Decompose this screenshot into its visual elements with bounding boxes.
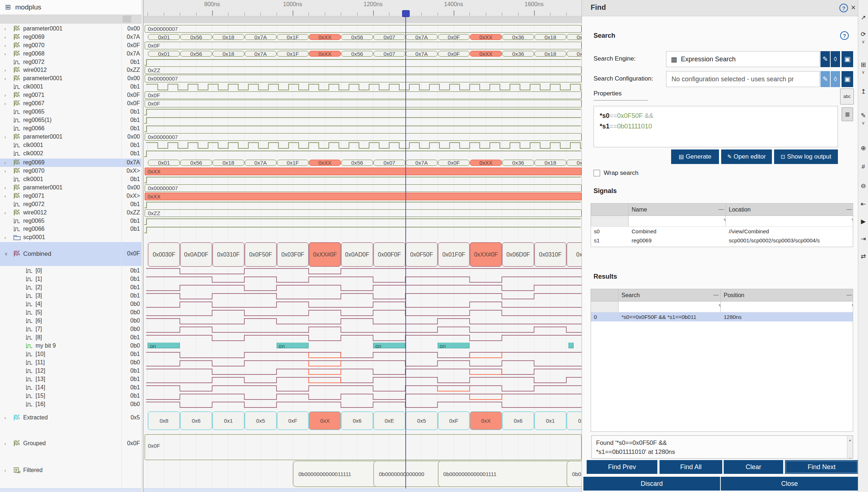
find-prev-button[interactable]: Find Prev (587, 460, 657, 474)
column-menu-dash[interactable]: — (719, 206, 724, 212)
config-edit-button[interactable]: ✎ (821, 71, 830, 87)
tree-chevron-icon[interactable]: › (4, 67, 6, 73)
tree-row-clk0001[interactable]: clk00010b1 (0, 83, 141, 91)
sidebar-column-header[interactable] (0, 15, 141, 24)
tree-chevron-icon[interactable]: › (4, 415, 6, 421)
search-engine-input[interactable]: ▦ Expression Search (666, 51, 820, 67)
chevron-down-icon[interactable]: ∨ (859, 120, 868, 126)
tree-chevron-icon[interactable]: › (4, 26, 6, 32)
export-up-icon[interactable]: ↥ (859, 87, 868, 96)
find-next-button[interactable]: Find Next (785, 460, 858, 474)
reload-icon[interactable]: ⟳ (859, 30, 868, 38)
tree-chevron-icon[interactable]: › (4, 168, 6, 174)
edit-tools-icon[interactable]: ✎ (859, 111, 868, 120)
tree-row-11[interactable]: [11]0b0 (0, 358, 141, 367)
tree-row-15[interactable]: [15]0b1 (0, 392, 141, 400)
tree-row-parameter0001[interactable]: ›parameter00010x00 (0, 133, 141, 141)
column-menu-dash[interactable]: — (847, 206, 852, 212)
chevron-down-icon[interactable]: ∨ (859, 70, 868, 75)
find-all-button[interactable]: Find All (660, 460, 722, 474)
tree-row-16[interactable]: [16]0b0 (0, 400, 141, 409)
tree-row-reg0066[interactable]: reg00660b1 (0, 124, 141, 133)
tree-row-6[interactable]: [6]0b0 (0, 317, 141, 325)
tree-chevron-icon[interactable]: › (4, 160, 6, 165)
discard-button[interactable]: Discard (583, 477, 720, 491)
column-header[interactable]: Name— (629, 204, 726, 216)
tree-row-wire0012[interactable]: ›wire00120xZZ (0, 66, 141, 74)
tree-chevron-icon[interactable]: › (4, 235, 6, 240)
abc-mode-button[interactable]: abc (840, 89, 854, 104)
generate-button[interactable]: ▤Generate (671, 149, 719, 164)
tree-row-reg0072[interactable]: reg00720b1 (0, 200, 141, 209)
close-icon[interactable]: × (851, 3, 856, 12)
column-menu-dash[interactable]: — (847, 292, 852, 298)
clear-button[interactable]: Clear (724, 460, 783, 474)
horizontal-scrollbar[interactable] (144, 488, 582, 492)
tree-column-separator[interactable] (121, 23, 122, 488)
tree-chevron-icon[interactable]: › (4, 34, 6, 40)
tree-row-reg0068[interactable]: ›reg00680x7A (0, 50, 141, 58)
tree-row-8[interactable]: [8]0b1 (0, 333, 141, 342)
tree-chevron-icon[interactable]: › (4, 134, 6, 140)
table-row[interactable]: 0*s0==0x0F50F && *s1==0b0111280ns (591, 312, 853, 321)
zoom-out-icon[interactable]: ⊖ (859, 181, 868, 190)
swap-compare-icon[interactable]: ⇄ (859, 252, 868, 261)
search-config-input[interactable]: No configuration selected - uses search … (666, 71, 820, 87)
tree-chevron-icon[interactable]: › (4, 93, 6, 98)
tree-chevron-icon[interactable]: › (4, 43, 6, 48)
tree-row-2[interactable]: [2]0b1 (0, 283, 141, 292)
tree-row-reg0067[interactable]: ›reg00670x0F (0, 99, 141, 108)
list-mode-button[interactable]: ≣ (842, 107, 853, 121)
tree-row-7[interactable]: [7]0b0 (0, 325, 141, 333)
tree-row-parameter0001[interactable]: ›parameter00010x00 (0, 25, 141, 33)
tree-row-parameter0001[interactable]: ›parameter00010x00 (0, 184, 141, 192)
go-to-start-icon[interactable]: ⇤ (859, 200, 868, 208)
waveform-pane[interactable]: 800ns1000ns1200ns1400ns1600ns 0x00000007… (144, 0, 582, 492)
find-titlebar[interactable]: Find ? × (582, 0, 858, 16)
filter-cell[interactable] (629, 216, 726, 226)
tree-row-0[interactable]: [0]0b1 (0, 267, 141, 275)
tree-chevron-icon[interactable]: › (4, 210, 6, 216)
column-header[interactable]: Position— (721, 289, 853, 301)
filter-cell[interactable] (726, 216, 853, 226)
tree-row-reg0071[interactable]: ›reg00710xX> (0, 192, 141, 200)
tree-row-reg0071[interactable]: ›reg00710x0F (0, 91, 141, 99)
window-layout-icon[interactable]: ⊞ (859, 60, 868, 69)
tree-row-5[interactable]: [5]0b0 (0, 308, 141, 317)
close-button[interactable]: Close (721, 477, 858, 491)
tree-row-mybit9[interactable]: my bit 90b0 (0, 342, 141, 350)
config-panel-button[interactable]: ▣ (842, 71, 853, 87)
column-header[interactable]: Location— (726, 204, 853, 216)
play-icon[interactable]: ▶ (859, 217, 868, 226)
expression-editor[interactable]: *s0==0x0F50F &&*s1==0b01111010 (594, 106, 838, 147)
filter-cell[interactable] (619, 302, 721, 312)
tree-row-reg0065[interactable]: reg00650b1 (0, 217, 141, 225)
tree-chevron-icon[interactable]: › (4, 468, 6, 473)
tree-row-reg00651[interactable]: reg0065(1)0b1 (0, 116, 141, 124)
tree-row-scp0001[interactable]: ›scp0001 (0, 233, 141, 242)
tree-row-3[interactable]: [3]0b1 (0, 292, 141, 300)
engine-clear-button[interactable]: ◊ (831, 51, 840, 67)
table-row[interactable]: s0Combined//view/Combined (591, 227, 853, 236)
tree-row-13[interactable]: [13]0b1 (0, 375, 141, 384)
show-log-output-button[interactable]: ⊡Show log output (774, 149, 838, 164)
tree-row-clk0002[interactable]: clk00020b1 (0, 149, 141, 158)
tree-row-10[interactable]: [10]0b1 (0, 350, 141, 358)
tree-chevron-icon[interactable]: › (4, 101, 6, 106)
tree-chevron-icon[interactable]: › (4, 185, 6, 190)
help-icon[interactable]: ? (839, 4, 848, 12)
tree-chevron-icon[interactable]: › (4, 51, 6, 57)
time-cursor-handle[interactable] (402, 10, 410, 17)
zoom-grid-icon[interactable]: # (859, 163, 868, 171)
tree-chevron-icon[interactable]: › (4, 76, 6, 81)
tree-row-4[interactable]: [4]0b0 (0, 300, 141, 308)
tree-row-reg0066[interactable]: reg00660b1 (0, 225, 141, 233)
tree-row-reg0072[interactable]: reg00720b1 (0, 58, 141, 66)
tree-row-reg0069[interactable]: ›reg00690x7A (0, 159, 141, 167)
engine-panel-button[interactable]: ▣ (842, 51, 853, 67)
tree-row-combined[interactable]: ∨Combined0x0F (0, 250, 141, 258)
search-help-icon[interactable]: ? (840, 31, 849, 40)
tree-row-12[interactable]: [12]0b1 (0, 367, 141, 375)
tree-row-reg0070[interactable]: ›reg00700xX> (0, 167, 141, 175)
tree-chevron-icon[interactable]: ∨ (4, 251, 8, 257)
